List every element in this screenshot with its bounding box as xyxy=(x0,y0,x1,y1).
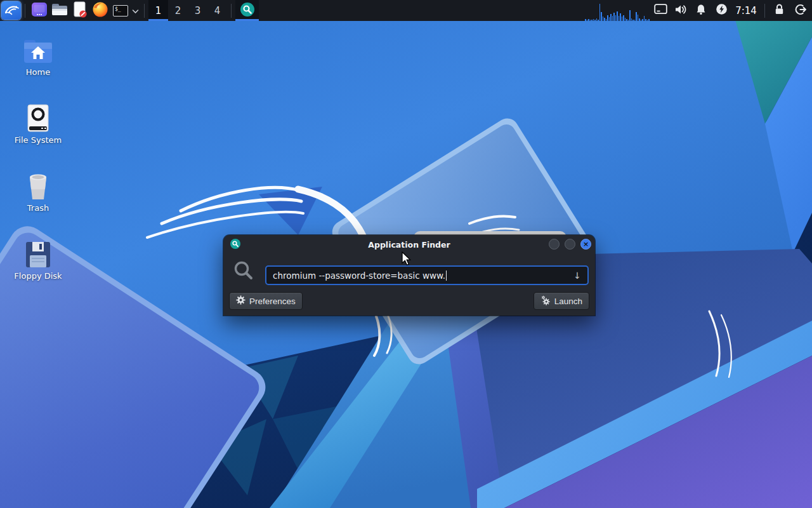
kali-logo-icon xyxy=(4,2,19,20)
volume-icon xyxy=(674,4,687,18)
launcher-terminal[interactable]: $_ xyxy=(110,1,131,20)
finder-task-icon xyxy=(240,2,255,20)
launch-label: Launch xyxy=(554,297,582,306)
search-input[interactable]: chromium --password-store=basic www. ↓ xyxy=(265,265,589,285)
panel-separator xyxy=(25,4,25,18)
workspace-3[interactable]: 3 xyxy=(188,0,207,21)
logout-icon xyxy=(794,3,807,18)
panel-clock[interactable]: 7:14 xyxy=(731,5,761,17)
close-button[interactable]: × xyxy=(580,239,591,250)
display-icon xyxy=(654,4,667,17)
volume-indicator[interactable] xyxy=(671,0,691,21)
trash-icon xyxy=(8,169,69,201)
kali-menu-button[interactable] xyxy=(1,1,21,20)
desktop-icon-label: Home xyxy=(8,67,69,77)
power-bolt-icon xyxy=(716,3,728,18)
run-gears-icon xyxy=(540,295,551,307)
desktop-icon-floppy-disk[interactable]: Floppy Disk xyxy=(8,237,69,281)
launcher-app-window[interactable] xyxy=(29,1,49,20)
window-title: Application Finder xyxy=(223,240,595,250)
panel-separator xyxy=(231,4,232,18)
desktop-icon-home[interactable]: Home xyxy=(8,33,69,77)
preferences-button[interactable]: Preferences xyxy=(229,292,303,310)
display-indicator[interactable] xyxy=(650,0,671,21)
power-manager-indicator[interactable] xyxy=(711,0,731,21)
launch-button[interactable]: Launch xyxy=(534,292,589,310)
app-finder-icon xyxy=(230,239,240,251)
desktop-icon-label: File System xyxy=(8,135,69,145)
lock-icon xyxy=(774,3,785,18)
search-input-value: chromium --password-store=basic www. xyxy=(273,271,445,281)
desktop-screen: Home File System Trash xyxy=(0,0,812,508)
network-monitor-graph[interactable] xyxy=(585,0,650,21)
gear-icon xyxy=(236,295,246,307)
drive-icon xyxy=(8,101,69,133)
preferences-label: Preferences xyxy=(249,297,296,306)
terminal-dropdown-button[interactable] xyxy=(131,1,140,20)
text-caret xyxy=(446,271,447,281)
close-icon: × xyxy=(583,241,589,248)
document-icon xyxy=(72,1,88,20)
workspace-4[interactable]: 4 xyxy=(207,0,227,21)
taskbar-application-finder[interactable] xyxy=(235,0,259,21)
search-icon xyxy=(233,260,254,283)
workspace-1[interactable]: 1 xyxy=(148,0,168,21)
notifications-indicator[interactable] xyxy=(691,0,711,21)
bell-icon xyxy=(695,4,707,18)
launcher-text-editor[interactable] xyxy=(70,1,90,20)
floppy-icon xyxy=(8,237,69,269)
top-panel: $_ 1 2 3 4 xyxy=(0,0,812,21)
mouse-cursor xyxy=(402,251,414,269)
purple-app-icon xyxy=(31,1,48,20)
desktop-icon-label: Trash xyxy=(8,203,69,213)
minimize-button[interactable] xyxy=(549,239,560,250)
terminal-icon: $_ xyxy=(113,5,128,17)
screen-lock-button[interactable] xyxy=(769,0,789,21)
desktop-icon-trash[interactable]: Trash xyxy=(8,169,69,213)
logout-button[interactable] xyxy=(789,0,812,21)
desktop-icon-file-system[interactable]: File System xyxy=(8,101,69,145)
chevron-down-icon xyxy=(132,4,139,17)
desktop-icon-label: Floppy Disk xyxy=(8,271,69,281)
firefox-icon xyxy=(92,1,108,20)
workspace-2[interactable]: 2 xyxy=(168,0,188,21)
maximize-button[interactable] xyxy=(565,239,575,250)
application-finder-window: Application Finder × chromium --password… xyxy=(223,235,595,316)
launcher-file-manager[interactable] xyxy=(49,1,70,20)
dropdown-arrow-icon[interactable]: ↓ xyxy=(573,271,581,281)
folder-icon xyxy=(51,2,68,20)
home-folder-icon xyxy=(8,33,69,65)
launcher-firefox[interactable] xyxy=(90,1,110,20)
panel-separator xyxy=(764,4,765,18)
panel-separator xyxy=(144,4,145,18)
